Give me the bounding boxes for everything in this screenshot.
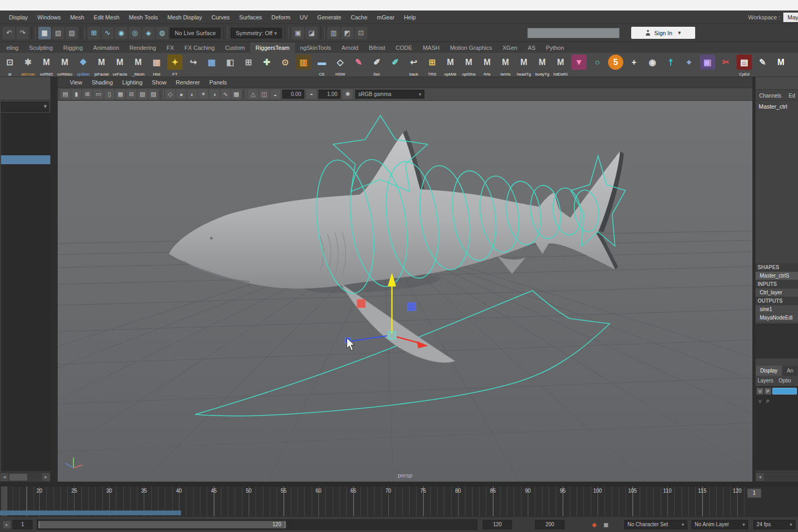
outliner-filter-select[interactable] <box>1 102 49 112</box>
shelf-item-attrmav[interactable]: ✱ attrmav <box>19 53 37 77</box>
gate-mask-icon[interactable]: ▦ <box>115 89 125 99</box>
shelf-tab-custom[interactable]: Custom <box>220 42 250 53</box>
shelf-icon-drop[interactable]: ▼ <box>570 53 588 77</box>
panel-layout-icon[interactable]: ▤ <box>60 89 70 99</box>
outliner-selected-item[interactable] <box>1 155 50 164</box>
snap-to-curve-icon[interactable]: ∿ <box>101 27 114 39</box>
exposure-icon[interactable]: ◒ <box>270 89 280 99</box>
shelf-icon-mgear-figure[interactable]: † <box>662 53 680 77</box>
shelf-icon-cut[interactable]: ✂ <box>717 53 735 77</box>
shelf-icon-half-shade[interactable]: ◧ <box>221 53 239 77</box>
scroll-right-icon[interactable]: ► <box>42 473 50 481</box>
grid-toggle-icon[interactable]: ⊞ <box>82 89 92 99</box>
shelf-tab-python[interactable]: Python <box>541 42 569 53</box>
panel-splitter[interactable] <box>50 77 58 482</box>
shelf-item-mesh[interactable]: M _Mesh <box>129 53 147 77</box>
tab-edit[interactable]: Ed <box>785 91 798 100</box>
safe-title-icon[interactable]: ▨ <box>148 89 158 99</box>
tab-anim-layers[interactable]: An <box>783 366 797 376</box>
shelf-item-al[interactable]: ⊡ al <box>1 53 19 77</box>
channel-section-inputs[interactable]: INPUTS <box>756 280 798 289</box>
isolate-select-icon[interactable]: △ <box>248 89 258 99</box>
menu-display[interactable]: Display <box>4 10 33 24</box>
layer-row[interactable]: V P <box>756 386 798 396</box>
anti-alias-icon[interactable]: ▩ <box>231 89 241 99</box>
live-surface-field[interactable]: No Live Surface <box>170 28 220 38</box>
menu-mesh[interactable]: Mesh <box>66 10 89 24</box>
viewport-scene[interactable] <box>58 101 752 482</box>
wireframe-icon[interactable]: ◇ <box>165 89 175 99</box>
shelf-item-optattr[interactable]: M optAttr <box>441 53 460 77</box>
ipr-render-icon[interactable]: ⊡ <box>355 27 367 39</box>
select-by-object-icon[interactable]: ▧ <box>52 27 65 39</box>
shelf-icon-ring[interactable]: ○ <box>588 53 607 77</box>
shelf-tab-sculpting[interactable]: Sculpting <box>24 42 58 53</box>
shelf-item-cpskin[interactable]: ❖ cpSkin <box>74 53 92 77</box>
select-by-component-icon[interactable]: ▨ <box>66 27 78 39</box>
shelf-item-bodytg[interactable]: M bodyTg <box>533 53 551 77</box>
render-current-frame-icon[interactable]: ◩ <box>341 27 354 39</box>
menu-mesh-tools[interactable]: Mesh Tools <box>124 10 163 24</box>
shark-mesh[interactable] <box>169 130 624 363</box>
redo-icon[interactable]: ↷ <box>16 27 29 39</box>
field-chart-icon[interactable]: ⊟ <box>126 89 136 99</box>
character-set-select[interactable]: No Character Set <box>624 520 687 529</box>
shelf-tab-modeling[interactable]: eling <box>1 42 24 53</box>
shelf-icon-curve-tool[interactable]: ↪ <box>184 53 203 77</box>
range-slider-handle[interactable]: 120 <box>38 521 286 528</box>
shadows-icon[interactable]: ◑ <box>209 89 219 99</box>
panel-menu-panels[interactable]: Panels <box>205 79 232 86</box>
animation-end-field[interactable]: 200 <box>535 520 565 529</box>
panel-menu-show[interactable]: Show <box>147 79 172 86</box>
channel-box-object-name[interactable]: Master_ctrl <box>759 103 787 110</box>
channel-node-maya-node-editor[interactable]: MayaNodeEdi <box>756 314 798 322</box>
shaded-icon[interactable]: ● <box>176 89 186 99</box>
shelf-tab-xgen[interactable]: XGen <box>497 42 523 53</box>
quick-rename-field[interactable] <box>527 28 620 38</box>
shelf-tab-code[interactable]: CODE <box>390 42 418 53</box>
film-gate-icon[interactable]: ▭ <box>93 89 103 99</box>
shelf-item-set[interactable]: ✐ Set. <box>368 53 386 77</box>
shelf-icon-pencil[interactable]: ✎ <box>753 53 772 77</box>
use-all-lights-icon[interactable]: ✶ <box>198 89 208 99</box>
anim-layer-select[interactable]: No Anim Layer <box>691 520 748 529</box>
menu-windows[interactable]: Windows <box>33 10 66 24</box>
layer-options-menu[interactable]: Optio <box>779 377 791 385</box>
sign-in-button[interactable]: Sign In <box>631 27 695 39</box>
xray-icon[interactable]: ◫ <box>259 89 269 99</box>
menu-mgear[interactable]: mGear <box>372 10 399 24</box>
shelf-icon-checker[interactable]: ▦ <box>203 53 221 77</box>
construction-history-icon[interactable]: ▣ <box>292 27 304 39</box>
menu-curves[interactable]: Curves <box>207 10 235 24</box>
shelf-icon-stack[interactable]: ▥ <box>294 53 313 77</box>
shelf-item-hsw[interactable]: ◇ HSW <box>331 53 349 77</box>
shelf-tab-motion-graphics[interactable]: Motion Graphics <box>445 42 497 53</box>
shelf-icon-pin[interactable]: ⊙ <box>276 53 294 77</box>
shelf-icon-pencil-pink[interactable]: ✎ <box>349 53 368 77</box>
range-slider-track[interactable]: 120 <box>37 519 477 530</box>
outliner-list[interactable] <box>1 113 50 471</box>
shelf-item-twvis[interactable]: M twVis <box>496 53 515 77</box>
motion-blur-icon[interactable]: ∿ <box>220 89 230 99</box>
snap-to-point-icon[interactable]: ◉ <box>115 27 127 39</box>
panel-menu-view[interactable]: View <box>65 79 87 86</box>
channel-section-shapes[interactable]: SHAPES <box>756 263 798 272</box>
snap-to-grid-icon[interactable]: ⊞ <box>88 27 100 39</box>
channel-node-master-ctrl-shape[interactable]: Master_ctrlS <box>756 272 798 280</box>
menu-mesh-display[interactable]: Mesh Display <box>163 10 207 24</box>
contrast-icon[interactable]: ◓ <box>306 89 316 99</box>
camera-select-icon[interactable]: ▮ <box>71 89 81 99</box>
shelf-tab-fx[interactable]: FX <box>162 42 179 53</box>
channel-node-sine1[interactable]: sine1 <box>756 305 798 314</box>
make-live-icon[interactable]: ◍ <box>156 27 168 39</box>
shelf-item-optshape[interactable]: M optSha <box>460 53 478 77</box>
exposure-field[interactable]: 0.00 <box>282 90 304 99</box>
shelf-icon-target[interactable]: ⌖ <box>680 53 698 77</box>
layer-visibility-toggle[interactable]: V <box>757 388 763 395</box>
shelf-item-headtg[interactable]: M headTg <box>515 53 533 77</box>
channel-section-outputs[interactable]: OUTPUTS <box>756 297 798 305</box>
panel-menu-renderer[interactable]: Renderer <box>171 79 205 86</box>
channel-box-hscrollbar[interactable]: ◄ <box>756 472 798 482</box>
shelf-tab-riggersteam[interactable]: RiggersTeam <box>250 42 295 53</box>
shelf-tab-ngskintools[interactable]: ngSkinTools <box>295 42 336 53</box>
